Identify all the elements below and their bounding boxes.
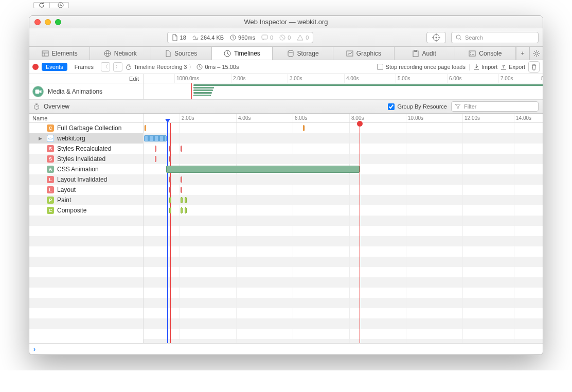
timeline-filter-bar: Events Frames 〈 〉 Timeline Recording 3 〉… bbox=[29, 60, 543, 74]
console-prompt[interactable]: › bbox=[29, 343, 543, 354]
type-badge: S bbox=[47, 155, 54, 163]
timeline-row[interactable]: LLayout bbox=[29, 185, 143, 195]
import-button[interactable]: Import bbox=[473, 64, 497, 70]
media-animations-row[interactable]: Media & Animations bbox=[29, 83, 543, 100]
tab-sources[interactable]: Sources bbox=[151, 47, 212, 60]
timeline-body[interactable] bbox=[144, 123, 543, 343]
transfer-size: 264.4 KB bbox=[201, 34, 224, 41]
svg-line-17 bbox=[460, 39, 461, 40]
timeline-row[interactable]: ACSS Animation bbox=[29, 164, 143, 174]
empty-row bbox=[29, 308, 143, 318]
svg-line-43 bbox=[37, 106, 38, 107]
empty-row bbox=[29, 226, 143, 236]
tab-settings-button[interactable] bbox=[529, 47, 543, 60]
load-time: 960ms bbox=[238, 34, 255, 41]
name-header[interactable]: Name bbox=[29, 114, 143, 123]
svg-line-34 bbox=[538, 55, 539, 56]
export-button[interactable]: Export bbox=[500, 64, 525, 70]
svg-line-38 bbox=[129, 66, 130, 67]
overview-bar: Overview Group By Resource Filter bbox=[29, 100, 543, 114]
tab-elements[interactable]: Elements bbox=[29, 47, 90, 60]
row-label: Composite bbox=[57, 207, 86, 214]
row-label: Paint bbox=[57, 197, 71, 204]
empty-row bbox=[29, 257, 143, 267]
add-tab-button[interactable]: ＋ bbox=[516, 47, 529, 60]
timeline-row[interactable]: ▶<>webkit.org bbox=[29, 133, 143, 144]
svg-point-16 bbox=[456, 35, 460, 39]
svg-rect-41 bbox=[35, 90, 39, 94]
timeline-row[interactable]: SStyles Invalidated bbox=[29, 154, 143, 164]
row-label: Full Garbage Collection bbox=[57, 124, 121, 132]
type-badge: C bbox=[47, 124, 54, 132]
record-button[interactable] bbox=[32, 64, 39, 70]
empty-row bbox=[29, 288, 143, 298]
close-window-button[interactable] bbox=[34, 19, 41, 25]
nav-back-button[interactable]: 〈 bbox=[101, 62, 110, 72]
svg-rect-18 bbox=[42, 51, 48, 56]
type-badge: <> bbox=[47, 135, 54, 142]
tab-timelines[interactable]: Timelines bbox=[212, 47, 273, 60]
clock-icon bbox=[196, 64, 203, 70]
events-mode[interactable]: Events bbox=[42, 63, 67, 71]
timeline-row[interactable]: SStyles Recalculated bbox=[29, 144, 143, 154]
svg-point-23 bbox=[288, 50, 293, 52]
playhead-line bbox=[191, 83, 192, 99]
type-badge: S bbox=[47, 145, 54, 152]
type-badge: P bbox=[47, 197, 54, 204]
clear-button[interactable] bbox=[528, 61, 540, 73]
frames-mode[interactable]: Frames bbox=[70, 63, 98, 71]
svg-rect-27 bbox=[469, 51, 475, 56]
warnings-count: 0 bbox=[306, 34, 309, 41]
edit-button[interactable]: Edit bbox=[29, 74, 144, 83]
stopwatch-icon bbox=[126, 64, 132, 70]
empty-row bbox=[29, 318, 143, 329]
zoom-window-button[interactable] bbox=[55, 19, 61, 25]
tab-console[interactable]: Console bbox=[455, 47, 516, 60]
inspect-element-button[interactable] bbox=[426, 32, 446, 43]
resources-count: 18 bbox=[180, 34, 186, 41]
svg-line-33 bbox=[534, 51, 535, 52]
row-label: webkit.org bbox=[57, 135, 85, 142]
svg-point-11 bbox=[436, 37, 437, 38]
type-badge: L bbox=[47, 186, 54, 193]
timeline-row[interactable]: CFull Garbage Collection bbox=[29, 123, 143, 133]
search-icon bbox=[456, 34, 462, 41]
empty-row bbox=[29, 298, 143, 308]
timeline-header[interactable]: 2.00s4.00s6.00s8.00s10.00s12.00s14.00s bbox=[144, 114, 543, 123]
timeline-column: 2.00s4.00s6.00s8.00s10.00s12.00s14.00s bbox=[144, 114, 543, 343]
toolbar: 18 264.4 KB 960ms 0 0 0 Search bbox=[29, 28, 543, 47]
timeline-row[interactable]: PPaint bbox=[29, 195, 143, 205]
timeline-row[interactable]: CComposite bbox=[29, 205, 143, 216]
stop-on-load-checkbox[interactable]: Stop recording once page loads bbox=[377, 64, 466, 70]
media-icon bbox=[32, 86, 44, 97]
breadcrumb[interactable]: Timeline Recording 3 〉 0ms – 15.00s bbox=[126, 63, 239, 71]
minimize-window-button[interactable] bbox=[45, 19, 51, 25]
row-label: CSS Animation bbox=[57, 166, 99, 173]
empty-row bbox=[29, 246, 143, 257]
row-label: Layout bbox=[57, 186, 76, 193]
group-by-resource-checkbox[interactable]: Group By Resource bbox=[388, 103, 447, 110]
timeline-row[interactable]: LLayout Invalidated bbox=[29, 174, 143, 185]
tab-strip: Elements Network Sources Timelines Stora… bbox=[29, 47, 543, 60]
svg-line-9 bbox=[281, 36, 284, 39]
media-track[interactable] bbox=[144, 83, 543, 99]
tab-graphics[interactable]: Graphics bbox=[333, 47, 394, 60]
messages-count: 0 bbox=[270, 34, 273, 41]
svg-line-36 bbox=[534, 55, 535, 56]
errors-count: 0 bbox=[288, 34, 291, 41]
disclosure-triangle[interactable]: ▶ bbox=[39, 136, 44, 141]
window-title: Web Inspector — webkit.org bbox=[29, 18, 543, 26]
empty-row bbox=[29, 267, 143, 277]
empty-row bbox=[29, 277, 143, 288]
search-field[interactable]: Search bbox=[451, 32, 539, 43]
overview-ruler[interactable]: Edit 1000.0ms 2.00s 3.00s 4.00s 5.00s 6.… bbox=[29, 74, 543, 83]
empty-row bbox=[29, 236, 143, 246]
nav-forward-button[interactable]: 〉 bbox=[113, 62, 122, 72]
filter-input[interactable]: Filter bbox=[451, 101, 539, 112]
overview-title: Overview bbox=[44, 103, 69, 110]
tab-audit[interactable]: Audit bbox=[395, 47, 455, 60]
window-titlebar: Web Inspector — webkit.org bbox=[29, 16, 543, 28]
tab-storage[interactable]: Storage bbox=[273, 47, 333, 60]
type-badge: L bbox=[47, 176, 54, 183]
tab-network[interactable]: Network bbox=[90, 47, 151, 60]
